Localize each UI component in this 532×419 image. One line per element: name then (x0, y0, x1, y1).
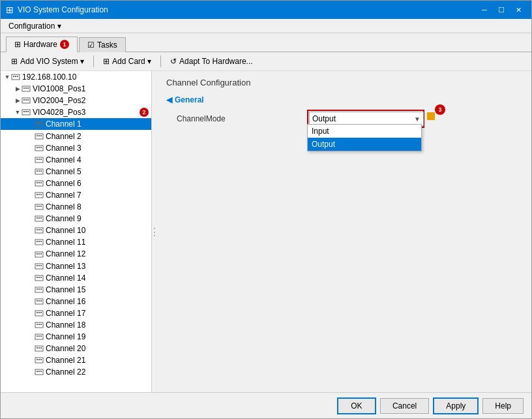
tree-vio2004[interactable]: ▶ VIO2004_Pos2 (1, 95, 151, 106)
maximize-button[interactable]: ☐ (494, 3, 509, 16)
add-vio-system-button[interactable]: ⊞ Add VIO System ▾ (6, 55, 89, 68)
separator-2 (160, 55, 161, 67)
footer: OK Cancel Apply Help (1, 392, 531, 418)
general-section: ◀ General ChannelMode Output (166, 95, 521, 128)
tree-channel-18[interactable]: Channel 18 (1, 319, 151, 331)
tree-channel-10[interactable]: Channel 10 (1, 225, 151, 236)
root-toggle: ▼ (3, 74, 11, 80)
tree-channel-20[interactable]: Channel 20 (1, 343, 151, 354)
svg-rect-34 (38, 170, 40, 172)
apply-button[interactable]: Apply (433, 397, 479, 414)
svg-rect-63 (40, 253, 42, 255)
svg-rect-98 (38, 359, 40, 360)
tree-root[interactable]: ▼ 192.168.100.10 (1, 71, 151, 83)
svg-rect-55 (40, 229, 42, 230)
svg-rect-38 (38, 182, 40, 183)
channel4-label: Channel 4 (46, 155, 81, 164)
svg-rect-14 (25, 111, 27, 112)
svg-rect-41 (37, 194, 38, 195)
svg-rect-83 (40, 312, 42, 313)
svg-rect-51 (40, 217, 42, 219)
help-button[interactable]: Help (482, 398, 524, 414)
channel9-label: Channel 9 (46, 214, 81, 223)
svg-rect-59 (40, 241, 42, 242)
tree-vio4028[interactable]: ▼ VIO4028_Pos3 2 (1, 106, 151, 118)
svg-rect-5 (23, 87, 25, 89)
svg-rect-9 (23, 99, 25, 101)
ok-button[interactable]: OK (337, 397, 376, 414)
collapse-icon: ◀ (166, 95, 172, 104)
tree-channel-8[interactable]: Channel 8 (1, 201, 151, 213)
svg-rect-93 (37, 347, 38, 349)
cancel-button[interactable]: Cancel (380, 398, 429, 414)
svg-rect-78 (38, 300, 40, 302)
tree-channel-14[interactable]: Channel 14 (1, 272, 151, 284)
svg-rect-13 (23, 111, 25, 112)
tree-channel-6[interactable]: Channel 6 (1, 178, 151, 189)
svg-rect-11 (27, 99, 29, 101)
adapt-icon: ↺ (170, 57, 177, 66)
tree-channel-15[interactable]: Channel 15 (1, 284, 151, 296)
channel14-icon (35, 273, 44, 283)
tree-channel-1[interactable]: Channel 1 (1, 118, 151, 130)
svg-rect-58 (38, 241, 40, 242)
tasks-tab-label: Tasks (97, 40, 117, 50)
tree-channel-2[interactable]: Channel 2 (1, 130, 151, 142)
close-button[interactable]: ✕ (510, 3, 526, 16)
tree-channel-19[interactable]: Channel 19 (1, 331, 151, 343)
channel17-label: Channel 17 (46, 309, 85, 318)
vio4028-icon (22, 108, 31, 117)
svg-rect-50 (38, 217, 40, 219)
tree-channel-21[interactable]: Channel 21 (1, 354, 151, 366)
svg-rect-2 (15, 76, 16, 77)
svg-rect-57 (37, 241, 38, 242)
svg-rect-87 (40, 324, 42, 325)
titlebar: ⊞ VIO System Configuration ─ ☐ ✕ (1, 1, 531, 19)
add-vio-label: Add VIO System ▾ (20, 57, 84, 66)
option-input[interactable]: Input (308, 125, 421, 138)
tree-channel-11[interactable]: Channel 11 (1, 236, 151, 248)
svg-rect-49 (37, 217, 38, 219)
dropdown-list: Input Output (307, 124, 422, 151)
channel10-label: Channel 10 (46, 226, 85, 235)
channel-mode-label: ChannelMode (177, 114, 307, 123)
add-card-button[interactable]: ⊞ Add Card ▾ (98, 55, 156, 68)
add-vio-icon: ⊞ (11, 57, 18, 66)
tree-channel-4[interactable]: Channel 4 (1, 154, 151, 166)
tree-panel: ▼ 192.168.100.10 ▶ VIO1008_Pos1 ▶ (1, 71, 152, 392)
tree-channel-5[interactable]: Channel 5 (1, 166, 151, 178)
svg-rect-3 (17, 76, 18, 77)
main-window: ⊞ VIO System Configuration ─ ☐ ✕ Configu… (0, 0, 532, 419)
adapt-to-hardware-button[interactable]: ↺ Adapt To Hardware... (165, 55, 258, 68)
tree-channel-16[interactable]: Channel 16 (1, 296, 151, 307)
channel3-label: Channel 3 (46, 144, 81, 153)
tree-channel-17[interactable]: Channel 17 (1, 307, 151, 319)
add-card-label: Add Card ▾ (112, 57, 151, 66)
channel11-label: Channel 11 (46, 238, 85, 247)
tree-channel-12[interactable]: Channel 12 (1, 248, 151, 260)
tab-tasks[interactable]: ☑ Tasks (79, 37, 126, 52)
tab-hardware[interactable]: ⊞ Hardware 1 (6, 37, 78, 52)
dropdown-border: Output ▼ Input Output (307, 110, 424, 128)
hardware-tab-label: Hardware (23, 40, 57, 49)
svg-rect-30 (38, 159, 40, 160)
general-title: ◀ General (166, 95, 521, 104)
svg-rect-66 (38, 265, 40, 266)
tree-channel-7[interactable]: Channel 7 (1, 189, 151, 201)
option-output[interactable]: Output (308, 138, 421, 151)
tree-channel-9[interactable]: Channel 9 (1, 213, 151, 225)
channel6-icon (35, 179, 44, 188)
tree-vio1008[interactable]: ▶ VIO1008_Pos1 (1, 83, 151, 95)
tree-channel-13[interactable]: Channel 13 (1, 260, 151, 272)
configuration-menu[interactable]: Configuration ▾ (3, 20, 66, 32)
svg-rect-102 (38, 371, 40, 372)
channel21-icon (35, 356, 44, 365)
svg-rect-1 (13, 76, 14, 77)
tab-bar: ⊞ Hardware 1 ☑ Tasks (1, 33, 531, 52)
vio1008-icon (22, 84, 31, 93)
tree-channel-3[interactable]: Channel 3 (1, 142, 151, 154)
svg-rect-27 (40, 147, 42, 148)
tree-channel-22[interactable]: Channel 22 (1, 366, 151, 378)
svg-rect-39 (40, 182, 42, 183)
minimize-button[interactable]: ─ (477, 3, 492, 16)
